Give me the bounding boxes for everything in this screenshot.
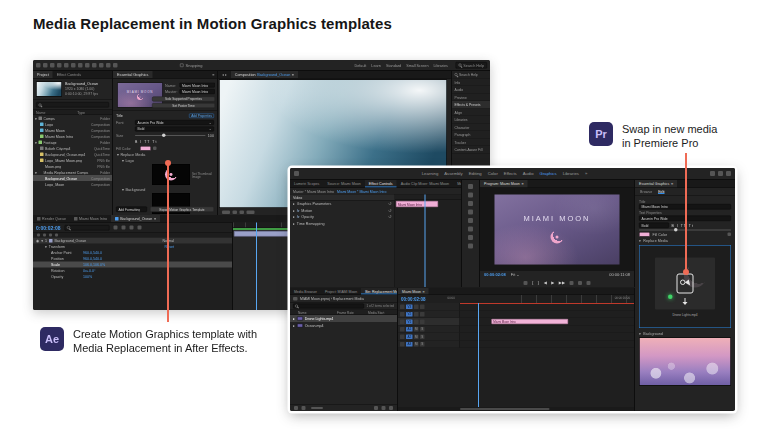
play-icon[interactable]: ▶ (551, 281, 554, 286)
font-size-value[interactable]: 100 (208, 133, 214, 138)
twirl-icon[interactable]: ▸ (293, 202, 295, 207)
resolution-select[interactable] (247, 210, 255, 214)
tab-composition[interactable]: Composition Background_Ocean ≡ (231, 71, 298, 78)
tab-effect-controls[interactable]: Effect Controls (53, 71, 86, 78)
solo-supported-properties-button[interactable]: Solo Supported Properties (152, 97, 215, 102)
panel-menu-icon[interactable]: ≡ (671, 182, 673, 187)
tab-audio-clip-mixer[interactable]: Audio Clip Mixer: Miami Moon (397, 180, 453, 188)
browse-tab[interactable]: Browse (640, 189, 652, 194)
effect-controls-mini-timeline[interactable]: Miami Moon Intro (395, 195, 461, 288)
project-search-input[interactable] (293, 303, 364, 308)
tab-project[interactable]: Project: MIAMI Moon (321, 288, 361, 295)
add-properties-button[interactable]: Add Properties (189, 114, 214, 119)
dock-panel-paragraph[interactable]: Paragraph (452, 131, 490, 139)
list-view-icon[interactable] (294, 406, 298, 410)
pen-tool-icon[interactable] (92, 63, 97, 68)
video-switch-icon[interactable] (37, 234, 40, 237)
workspace-color[interactable]: Color (488, 171, 498, 176)
selection-tool-icon[interactable] (43, 63, 48, 68)
mogrt-name-field[interactable]: Miami Moon Intro (180, 83, 216, 88)
font-size-slider[interactable] (135, 135, 206, 136)
solo-switch-icon[interactable] (49, 234, 52, 237)
property-value[interactable]: 100% (83, 274, 92, 279)
tab-source-monitor[interactable]: Source: Miami Moon (323, 180, 364, 188)
selection-tool-icon[interactable] (468, 184, 473, 189)
razor-tool-icon[interactable] (468, 210, 473, 215)
tab-essential-graphics[interactable]: Essential Graphics ≡ (635, 180, 677, 188)
track-target-a3[interactable]: A3 (406, 342, 413, 347)
mark-in-icon[interactable]: { (532, 281, 533, 286)
panel-menu-icon[interactable]: ≡ (521, 182, 523, 187)
icon-view-icon[interactable] (302, 406, 306, 410)
workspace-learning[interactable]: Learning (422, 171, 439, 176)
reset-icon[interactable]: ↺ (388, 202, 391, 207)
current-time-display[interactable]: 0:00:02:08 (36, 225, 60, 231)
track-target-v2[interactable]: V2 (406, 312, 413, 317)
extract-icon[interactable] (578, 281, 582, 285)
chevron-icon[interactable]: ▾ (639, 238, 641, 243)
twirl-icon[interactable]: ▸ (293, 316, 295, 321)
property-value[interactable]: 0x+0.0° (83, 268, 95, 273)
effect-row-time-remapping[interactable]: ▸ Time Remapping (290, 220, 395, 227)
reset-icon[interactable]: ↺ (388, 215, 391, 220)
add-marker-icon[interactable] (524, 281, 528, 285)
tab-comp-background-ocean[interactable]: Background_Ocean≡ (111, 215, 160, 222)
set-poster-time-button[interactable]: Set Poster Time (152, 103, 215, 108)
project-item[interactable]: Logo_MoonComposition (33, 181, 112, 187)
timeline-scrollbar[interactable] (398, 407, 634, 411)
project-item-selected[interactable]: ▸ Drone Lights.mp4 (290, 315, 397, 322)
home-icon[interactable] (294, 171, 299, 176)
reset-icon[interactable]: ↺ (388, 208, 391, 213)
workspace-libraries[interactable]: Libraries (563, 171, 579, 176)
tab-effect-controls[interactable]: Effect Controls (365, 180, 397, 188)
chevron-icon[interactable]: ▾ (639, 331, 641, 336)
dock-panel-libraries[interactable]: Libraries (452, 116, 490, 124)
delete-icon[interactable] (389, 406, 393, 410)
sequence-time-ruler[interactable]: 00:00 00:00:16:00 (447, 295, 631, 303)
chevron-icon[interactable]: ▾ (122, 187, 124, 192)
mark-out-icon[interactable]: } (538, 281, 539, 286)
tab-bin-replacement-media[interactable]: Bin: Replacement Media (361, 288, 397, 295)
workspace-learn[interactable]: Learn (371, 63, 381, 68)
step-forward-icon[interactable]: ▶▶ (559, 281, 565, 286)
lift-icon[interactable] (569, 281, 573, 285)
dock-panel-audio[interactable]: Audio (452, 86, 490, 94)
motion-blur-icon[interactable] (129, 226, 133, 230)
dock-panel-preview[interactable]: Preview (452, 94, 490, 102)
workspace-small-screen[interactable]: Small Screen (406, 63, 428, 68)
region-of-interest-icon[interactable] (240, 210, 245, 214)
pan-behind-tool-icon[interactable] (78, 63, 83, 68)
grid-options-icon[interactable] (233, 210, 238, 214)
twirl-icon[interactable]: ▸ (293, 215, 295, 220)
font-family-select[interactable]: Acumin Pro Wide⌄ (135, 120, 214, 125)
workspace-standard[interactable]: Standard (386, 63, 401, 68)
graph-editor-icon[interactable] (137, 226, 141, 230)
workspace-default[interactable]: Default (354, 63, 366, 68)
reset-transform-link[interactable]: Reset (165, 244, 229, 249)
rotate-tool-icon[interactable] (64, 63, 69, 68)
comp-mini-flowchart-icon[interactable] (113, 226, 117, 230)
background-media-thumbnail[interactable] (639, 338, 731, 386)
ripple-edit-tool-icon[interactable] (468, 201, 473, 206)
audio-track-a1[interactable]: A1MS (398, 326, 634, 334)
property-value[interactable]: 960.0,540.0 (83, 256, 102, 261)
tab-lumetri-scopes[interactable]: Lumetri Scopes (290, 180, 323, 188)
zoom-slider[interactable] (311, 407, 323, 409)
tab-sequence-miami-moon[interactable]: Miami Moon ≡ (398, 288, 429, 295)
workspace-assembly[interactable]: Assembly (444, 171, 462, 176)
hand-tool-icon[interactable] (50, 63, 55, 68)
export-mogrt-button[interactable]: Export Motion Graphics Template (150, 207, 214, 213)
home-tool-icon[interactable] (36, 63, 41, 68)
brush-tool-icon[interactable] (106, 63, 111, 68)
dock-panel-align[interactable]: Align (452, 109, 490, 117)
logo-media-thumbnail[interactable] (152, 164, 190, 185)
magnification-select[interactable] (222, 210, 230, 214)
twirl-icon[interactable]: ▾ (36, 244, 47, 249)
shape-tool-icon[interactable] (85, 63, 90, 68)
timeline-search-input[interactable] (64, 225, 109, 231)
tab-metadata[interactable]: Metadata (453, 180, 461, 188)
program-video-frame[interactable]: MIAMI MOON (495, 195, 620, 265)
track-select-tool-icon[interactable] (468, 193, 473, 198)
workspace-editing[interactable]: Editing (469, 171, 482, 176)
set-thumbnail-hint[interactable]: Set Thumbnail Image (192, 172, 218, 179)
